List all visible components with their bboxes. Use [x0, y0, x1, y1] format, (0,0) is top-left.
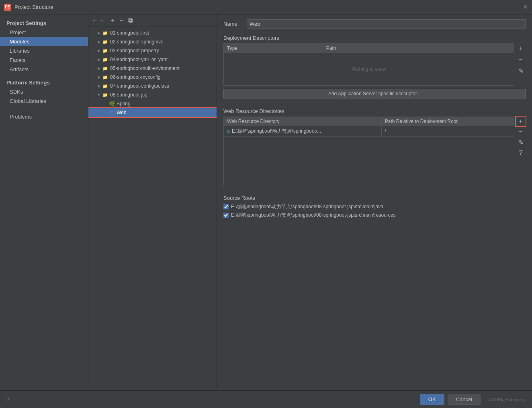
remove-module-button[interactable]: − — [118, 16, 125, 25]
name-input[interactable] — [247, 19, 526, 29]
add-dd-button[interactable]: + — [516, 43, 526, 53]
sidebar-item-modules[interactable]: Modules — [0, 37, 88, 46]
expand-arrow: ▶ — [96, 57, 101, 62]
tree-item-spring[interactable]: 🌿 Spring — [88, 99, 217, 108]
tree-item-web[interactable]: ⊙ Web — [88, 108, 217, 117]
project-structure-dialog: PS Project Structure ✕ Project Settings … — [0, 0, 532, 408]
path-column-header: Path — [323, 44, 514, 53]
tree-item[interactable]: ▶ 📁 07-springboot-configtoclass — [88, 82, 217, 90]
source-roots-section: Source Roots E:\编程\springboot\动力节点\sprin… — [223, 193, 526, 220]
sidebar-item-problems[interactable]: Problems — [0, 112, 88, 121]
wr-table-row[interactable]: ⊡ E:\编程\springboot\动力节点\springboot\... / — [224, 126, 514, 137]
expand-arrow — [103, 101, 108, 106]
middle-panel: ← → + − ⧉ ▶ 📁 01-springboot-first ▶ 📁 — [88, 14, 217, 390]
folder-icon: 📁 — [102, 65, 108, 72]
tree-item[interactable]: ▼ 📁 08-springboot-jsp — [88, 90, 217, 99]
source-root-checkbox-0[interactable] — [223, 204, 229, 209]
project-settings-header: Project Settings — [0, 18, 88, 28]
folder-icon: 📁 — [102, 83, 108, 89]
add-module-button[interactable]: + — [109, 16, 116, 25]
tree-item[interactable]: ▶ 📁 04-springboot-yml_or_yaml — [88, 55, 217, 64]
deployment-table-body: Nothing to show — [224, 53, 514, 85]
folder-icon: 📁 — [102, 39, 108, 45]
name-label: Name: — [223, 21, 243, 27]
spring-icon: 🌿 — [108, 100, 115, 107]
deployment-table: Type Path Nothing to show — [223, 43, 514, 86]
remove-dd-button[interactable]: − — [516, 55, 526, 64]
source-root-checkbox-1[interactable] — [223, 213, 229, 218]
sidebar-item-artifacts[interactable]: Artifacts — [0, 65, 88, 74]
sidebar-item-global-libraries[interactable]: Global Libraries — [0, 96, 88, 106]
folder-icon: 📁 — [102, 74, 108, 80]
tree-item[interactable]: ▶ 📁 03-springboot-property — [88, 46, 217, 55]
add-wr-button[interactable]: + — [516, 117, 526, 126]
web-resource-buttons: + − ✎ ? — [516, 117, 526, 158]
source-root-label-1: E:\编程\springboot\动力节点\springboot\08-spri… — [231, 212, 396, 219]
middle-toolbar: ← → + − ⧉ — [88, 14, 217, 27]
titlebar: PS Project Structure ✕ — [0, 0, 532, 14]
folder-icon: 📁 — [102, 30, 108, 36]
web-icon: ⊙ — [108, 109, 115, 116]
left-panel: Project Settings Project Modules Librari… — [0, 14, 88, 390]
expand-arrow: ▶ — [96, 39, 101, 44]
wr-path-cell: / — [382, 126, 514, 136]
tree-item[interactable]: ▶ 📁 02-springboot-springmvc — [88, 37, 217, 46]
folder-icon: 📁 — [102, 47, 108, 54]
help-wr-button[interactable]: ? — [516, 148, 526, 158]
nav-arrows: ← → — [92, 17, 104, 24]
expand-arrow: ▶ — [96, 66, 101, 71]
back-button[interactable]: ← — [92, 17, 97, 24]
web-resource-table: Web Resource Directory Path Relative to … — [223, 117, 514, 185]
expand-arrow: ▼ — [96, 92, 101, 97]
web-resource-section: Web Resource Directory Path Relative to … — [223, 117, 526, 185]
tree-item[interactable]: ▶ 📁 01-springboot-first — [88, 29, 217, 37]
wr-dir-icon: ⊡ — [227, 129, 230, 133]
platform-settings-header: Platform Settings — [0, 77, 88, 87]
watermark-label: CSDN@Autunomy — [489, 397, 526, 402]
app-icon: PS — [4, 4, 11, 11]
source-root-row-1: E:\编程\springboot\动力节点\springboot\08-spri… — [223, 212, 526, 219]
sidebar-item-libraries[interactable]: Libraries — [0, 46, 88, 55]
ok-button[interactable]: OK — [420, 394, 444, 405]
edit-dd-button[interactable]: ✎ — [516, 66, 526, 76]
cancel-button[interactable]: Cancel — [448, 394, 481, 405]
wr-path-header: Path Relative to Deployment Root — [382, 117, 514, 126]
dialog-title: Project Structure — [14, 4, 53, 10]
tree-item[interactable]: ▶ 📁 05-springboot-multi-environment — [88, 64, 217, 73]
deployment-side-buttons: + − ✎ — [516, 43, 526, 76]
expand-arrow — [103, 110, 108, 115]
sidebar-item-sdks[interactable]: SDKs — [0, 87, 88, 96]
source-root-row-0: E:\编程\springboot\动力节点\springboot\08-spri… — [223, 203, 526, 210]
expand-arrow: ▶ — [96, 75, 101, 80]
expand-arrow: ▶ — [96, 31, 101, 35]
module-tree: ▶ 📁 01-springboot-first ▶ 📁 02-springboo… — [88, 27, 217, 390]
name-field-row: Name: — [223, 19, 526, 29]
folder-icon: 📁 — [102, 56, 108, 63]
bottom-bar: ? OK Cancel CSDN@Autunomy — [0, 390, 532, 408]
remove-wr-button[interactable]: − — [516, 127, 526, 137]
sidebar-item-facets[interactable]: Facets — [0, 55, 88, 65]
expand-arrow: ▶ — [96, 84, 101, 88]
main-content: Project Settings Project Modules Librari… — [0, 14, 532, 390]
type-column-header: Type — [224, 44, 323, 53]
add-server-button[interactable]: Add Application Server specific descript… — [223, 89, 526, 98]
wr-dir-cell: ⊡ E:\编程\springboot\动力节点\springboot\... — [224, 126, 382, 136]
wr-table-empty-space — [224, 137, 514, 185]
web-resource-header: Web Resource Directory Path Relative to … — [224, 117, 514, 126]
folder-icon: 📁 — [102, 92, 108, 98]
close-button[interactable]: ✕ — [523, 3, 528, 11]
wr-dir-header: Web Resource Directory — [224, 117, 382, 126]
sidebar-item-project[interactable]: Project — [0, 28, 88, 37]
web-resource-title: Web Resource Directories — [223, 108, 526, 114]
deployment-descriptors-title: Deployment Descriptors — [223, 35, 526, 41]
forward-button[interactable]: → — [99, 17, 104, 24]
deployment-table-header: Type Path — [224, 44, 514, 53]
tree-item[interactable]: ▶ 📁 06-springboot-myconfig — [88, 73, 217, 82]
copy-module-button[interactable]: ⧉ — [127, 16, 134, 25]
deployment-table-section: Type Path Nothing to show + − ✎ — [223, 43, 526, 86]
source-roots-title: Source Roots — [223, 195, 526, 201]
help-button[interactable]: ? — [6, 396, 10, 403]
source-root-label-0: E:\编程\springboot\动力节点\springboot\08-spri… — [231, 203, 383, 210]
right-panel: Name: Deployment Descriptors Type Path N… — [217, 14, 532, 390]
edit-wr-button[interactable]: ✎ — [516, 137, 526, 147]
